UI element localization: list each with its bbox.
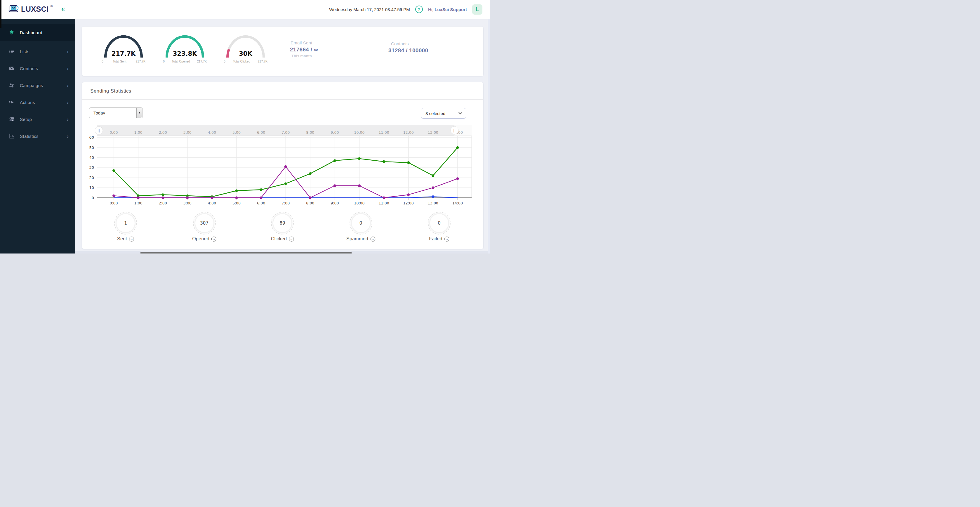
range-slider-handle-left[interactable]: || — [95, 126, 103, 134]
sidebar-item-campaigns[interactable]: Campaigns› — [0, 79, 75, 92]
summary-link-spammed[interactable]: Spammed→ — [346, 236, 375, 242]
summary-link-opened[interactable]: Opened→ — [192, 236, 216, 242]
chevron-right-icon: › — [67, 66, 68, 71]
arrow-right-icon: → — [212, 237, 216, 242]
sidebar-item-setup[interactable]: Setup› — [0, 113, 75, 126]
sidebar-item-statistics[interactable]: Statistics› — [0, 130, 75, 143]
top-header: LUXSCI ® ‹‹ Wednesday March 17, 2021 03:… — [0, 0, 490, 19]
series-multiselect[interactable]: 3 selected — [421, 108, 466, 119]
gauge-arc: 217.7K — [102, 33, 145, 59]
chevron-right-icon: › — [67, 134, 68, 138]
svg-text:217.7K: 217.7K — [111, 50, 136, 57]
username: LuxSci Support — [434, 7, 467, 12]
screen-edge-artifact — [0, 0, 2, 28]
range-slider-band[interactable] — [97, 125, 455, 136]
summary-circle-clicked: 89 — [271, 212, 294, 235]
summary-label-text: Opened — [192, 236, 209, 242]
chevron-down-icon — [458, 112, 462, 114]
horizontal-scrollbar-thumb[interactable] — [140, 252, 352, 253]
x-axis-tick-label: 7:00 — [282, 201, 290, 205]
data-point-opened — [260, 188, 262, 191]
summary-circle-inner: 0 — [429, 213, 449, 233]
avatar[interactable]: L — [472, 5, 482, 14]
summary-link-failed[interactable]: Failed→ — [429, 236, 449, 242]
x-axis-tick-label: 12:00 — [403, 201, 414, 205]
panel-divider — [82, 99, 483, 100]
data-point-clicked — [260, 197, 262, 199]
help-icon[interactable]: ? — [415, 6, 423, 13]
summary-link-clicked[interactable]: Clicked→ — [271, 236, 294, 242]
data-point-opened — [456, 146, 459, 149]
x-axis-tick-label: 11:00 — [379, 201, 389, 205]
slider-hour-label: 1:00 — [134, 130, 143, 135]
data-point-opened — [383, 161, 385, 163]
sidebar-item-dashboard[interactable]: Dashboard — [0, 24, 75, 41]
gauge-total-clicked: 30K0Total Clicked217.7K — [224, 33, 267, 63]
series-select-value: 3 selected — [421, 111, 458, 116]
x-axis-tick-label: 4:00 — [208, 201, 216, 205]
date-range-select[interactable]: Today ▼ — [89, 108, 143, 118]
date-range-value: Today — [89, 110, 136, 115]
data-point-clicked — [210, 197, 213, 199]
summary-circle-inner: 0 — [351, 213, 371, 233]
luxsci-logo[interactable]: LUXSCI ® — [8, 4, 52, 15]
x-axis-tick-label: 5:00 — [232, 201, 240, 205]
sidebar-item-label: Actions — [20, 100, 67, 105]
vertical-scrollbar[interactable] — [488, 19, 490, 253]
x-axis-tick-label: 3:00 — [183, 201, 192, 205]
slider-hour-label: 8:00 — [306, 130, 314, 135]
sidebar-item-label: Statistics — [20, 134, 67, 139]
overview-card: 217.7K0Total Sent217.7K323.8K0Total Open… — [82, 27, 483, 76]
summary-label-text: Clicked — [271, 236, 287, 242]
chart-icon — [9, 134, 15, 139]
slider-hour-label: 11:00 — [379, 130, 389, 135]
sidebar-collapse-icon[interactable]: ‹‹ — [61, 5, 65, 13]
sidebar-item-contacts[interactable]: Contacts› — [0, 62, 75, 75]
contacts-block: Contacts 31284 / 100000 — [388, 41, 428, 54]
svg-text:30K: 30K — [239, 50, 252, 57]
sidebar-item-label: Lists — [20, 49, 67, 54]
chevron-right-icon: › — [67, 117, 68, 121]
data-point-clicked — [235, 197, 238, 199]
arrow-right-icon: → — [129, 237, 134, 242]
data-point-opened — [334, 159, 336, 162]
slider-hour-label: 9:00 — [331, 130, 339, 135]
slider-hour-label: 5:00 — [232, 130, 240, 135]
x-axis-tick-label: 0:00 — [110, 201, 118, 205]
sidebar-item-label: Contacts — [20, 66, 67, 71]
gauge-arc: 30K — [224, 33, 267, 59]
data-point-opened — [113, 169, 115, 172]
x-axis-tick-label: 8:00 — [306, 201, 314, 205]
summary-value: 1 — [124, 221, 127, 226]
y-axis-tick-label: 50 — [89, 145, 94, 150]
svg-text:||: || — [97, 129, 100, 133]
sidebar-item-actions[interactable]: Actions› — [0, 96, 75, 109]
x-axis-tick-label: 14:00 — [452, 201, 463, 205]
sidebar-item-lists[interactable]: Lists› — [0, 45, 75, 58]
gauge-label: Total Opened — [165, 60, 197, 63]
gauge-label: Total Sent — [103, 60, 136, 63]
email-sent-value: 217664 / ∞ — [290, 46, 318, 53]
sidebar-nav: DashboardLists›Contacts›Campaigns›Action… — [0, 19, 75, 253]
data-point-sent — [431, 195, 434, 198]
data-point-clicked — [161, 197, 164, 199]
horizontal-scrollbar[interactable] — [75, 251, 488, 253]
x-axis-tick-label: 6:00 — [257, 201, 265, 205]
slider-hour-label: 7:00 — [282, 130, 290, 135]
select-dropdown-button[interactable]: ▼ — [136, 108, 142, 118]
data-point-clicked — [456, 177, 459, 180]
gauge-max: 217.7K — [197, 60, 207, 63]
summary-circle-spammed: 0 — [350, 212, 372, 235]
data-point-opened — [235, 189, 238, 192]
summary-label-text: Sent — [117, 236, 127, 242]
sidebar-item-label: Setup — [20, 117, 67, 122]
y-axis-tick-label: 20 — [89, 175, 94, 180]
data-point-opened — [358, 157, 361, 160]
range-slider-handle-right[interactable]: || — [450, 126, 458, 134]
arrow-right-icon: → — [289, 237, 294, 242]
x-axis-tick-label: 1:00 — [134, 201, 143, 205]
data-point-opened — [161, 193, 164, 196]
send-icon — [9, 100, 15, 105]
summary-link-sent[interactable]: Sent→ — [117, 236, 134, 242]
sidebar-item-label: Dashboard — [20, 30, 68, 35]
